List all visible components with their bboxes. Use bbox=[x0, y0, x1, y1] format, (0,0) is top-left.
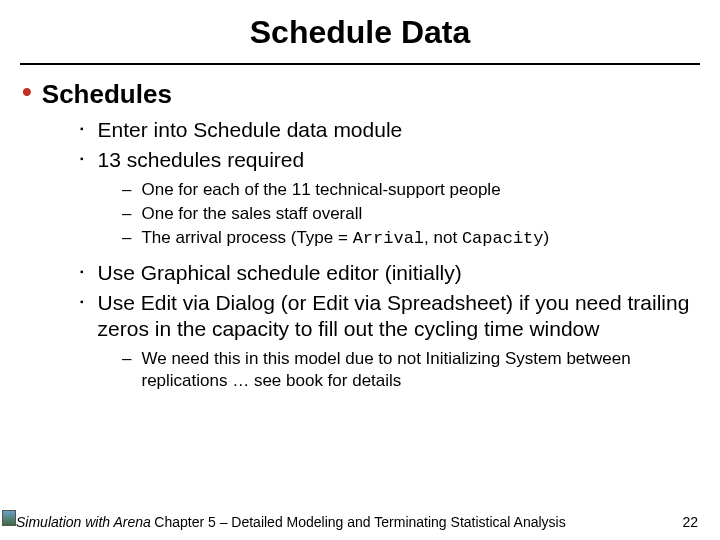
bullet-level3: – The arrival process (Type = Arrival, n… bbox=[122, 227, 690, 250]
level3-text: One for each of the 11 technical-support… bbox=[141, 179, 500, 201]
square-icon: ▪ bbox=[80, 147, 84, 171]
slide-title: Schedule Data bbox=[0, 0, 720, 57]
bullet-level2: ▪ Use Graphical schedule editor (initial… bbox=[80, 260, 690, 286]
footer-center: Chapter 5 – Detailed Modeling and Termin… bbox=[0, 514, 720, 530]
level2-text: Enter into Schedule data module bbox=[98, 117, 403, 143]
square-icon: ▪ bbox=[80, 260, 84, 284]
code-text: Capacity bbox=[462, 229, 544, 248]
dash-icon: – bbox=[122, 179, 131, 201]
slide-body: • Schedules ▪ Enter into Schedule data m… bbox=[0, 65, 720, 392]
slide: Schedule Data • Schedules ▪ Enter into S… bbox=[0, 0, 720, 540]
level2-list: ▪ Enter into Schedule data module ▪ 13 s… bbox=[18, 117, 690, 173]
page-number: 22 bbox=[682, 514, 698, 530]
level3-list: – One for each of the 11 technical-suppo… bbox=[18, 179, 690, 250]
dash-icon: – bbox=[122, 227, 131, 249]
code-text: Arrival bbox=[353, 229, 424, 248]
square-icon: ▪ bbox=[80, 117, 84, 141]
bullet-level2: ▪ Enter into Schedule data module bbox=[80, 117, 690, 143]
text-fragment: , not bbox=[424, 228, 462, 247]
level2-text: 13 schedules required bbox=[98, 147, 305, 173]
level1-text: Schedules bbox=[42, 79, 172, 109]
bullet-level3: – One for each of the 11 technical-suppo… bbox=[122, 179, 690, 201]
bullet-level3: – One for the sales staff overall bbox=[122, 203, 690, 225]
dash-icon: – bbox=[122, 203, 131, 225]
bullet-level3: – We need this in this model due to not … bbox=[122, 348, 690, 392]
square-icon: ▪ bbox=[80, 290, 84, 314]
bullet-level1: • Schedules bbox=[18, 79, 690, 109]
text-fragment: The arrival process (Type = bbox=[141, 228, 352, 247]
level3-text: One for the sales staff overall bbox=[141, 203, 362, 225]
bullet-level2: ▪ 13 schedules required bbox=[80, 147, 690, 173]
level3-text: The arrival process (Type = Arrival, not… bbox=[141, 227, 549, 250]
level3-text: We need this in this model due to not In… bbox=[141, 348, 690, 392]
level2-list: ▪ Use Graphical schedule editor (initial… bbox=[18, 260, 690, 342]
level2-text: Use Edit via Dialog (or Edit via Spreads… bbox=[98, 290, 690, 342]
level2-text: Use Graphical schedule editor (initially… bbox=[98, 260, 462, 286]
dash-icon: – bbox=[122, 348, 131, 370]
dot-icon: • bbox=[22, 79, 32, 105]
level3-list: – We need this in this model due to not … bbox=[18, 348, 690, 392]
text-fragment: ) bbox=[544, 228, 550, 247]
bullet-level2: ▪ Use Edit via Dialog (or Edit via Sprea… bbox=[80, 290, 690, 342]
